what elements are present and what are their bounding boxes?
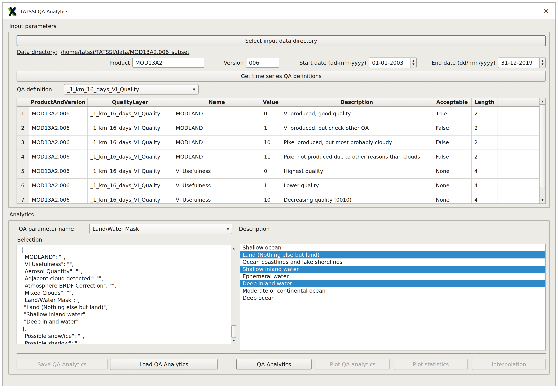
acceptable-cell: False: [433, 135, 471, 150]
close-icon[interactable]: ✕: [542, 7, 550, 16]
qa-analytics-button[interactable]: QA Analytics: [236, 359, 312, 370]
col-quality-layer[interactable]: QualityLayer: [87, 98, 173, 106]
table-row[interactable]: 2 MOD13A2.006 _1_km_16_days_VI_Quality M…: [17, 121, 541, 135]
description-cell: Decreasing quality (0010): [281, 193, 433, 204]
start-date-spin-buttons[interactable]: ▲ ▼: [410, 58, 416, 68]
product-version-cell: MOD13A2.006: [29, 150, 87, 164]
table-row[interactable]: 1 MOD13A2.006 _1_km_16_days_VI_Quality M…: [17, 106, 541, 121]
selection-scrollbar-thumb[interactable]: [231, 325, 236, 338]
filler-cell: [497, 135, 541, 150]
description-cell: Pixel produced, but most probably cloudy: [281, 135, 433, 150]
save-qa-analytics-button[interactable]: Save QA Analytics: [17, 359, 108, 370]
list-item[interactable]: Shallow inland water: [240, 266, 545, 273]
description-cell: VI produced, good quality: [281, 106, 433, 121]
product-version-cell: MOD13A2.006: [29, 121, 87, 135]
list-item[interactable]: Moderate or continental ocean: [240, 287, 545, 294]
acceptable-cell: None: [433, 178, 471, 193]
product-version-cell: MOD13A2.006: [29, 178, 87, 193]
value-cell: 1: [261, 178, 281, 193]
list-item[interactable]: Deep inland water: [240, 280, 545, 287]
list-item[interactable]: Ocean coastlines and lake shorelines: [240, 258, 545, 266]
plot-statistics-button[interactable]: Plot statistics: [394, 359, 468, 370]
spin-up-icon[interactable]: ▲: [542, 60, 544, 62]
name-cell: MODLAND: [173, 121, 261, 135]
list-item[interactable]: Deep ocean: [240, 294, 545, 302]
col-product-version[interactable]: ProductAndVersion: [29, 98, 87, 106]
table-row[interactable]: 4 MOD13A2.006 _1_km_16_days_VI_Quality M…: [17, 150, 541, 164]
table-row[interactable]: 6 MOD13A2.006 _1_km_16_days_VI_Quality V…: [17, 178, 541, 193]
product-field[interactable]: MOD13A2: [132, 58, 204, 68]
start-date-label: Start date (dd-mm-yyyy): [299, 60, 366, 66]
selection-text: { "MODLAND": "", "VI Usefulness": "", "A…: [17, 245, 231, 344]
col-length[interactable]: Length: [471, 98, 497, 106]
end-date-spin-buttons[interactable]: ▲ ▼: [539, 58, 545, 68]
list-item[interactable]: Land (Nothing else but land): [240, 251, 545, 258]
product-label: Product: [109, 60, 130, 66]
version-field[interactable]: 006: [246, 58, 279, 68]
get-qa-definitions-button[interactable]: Get time series QA definitions: [17, 71, 546, 82]
qa-definition-label: QA definition: [17, 86, 64, 93]
start-date-spinbox[interactable]: 01-01-2003 ▲ ▼: [369, 58, 417, 68]
acceptable-cell: None: [433, 164, 471, 178]
qa-table-body: 1 MOD13A2.006 _1_km_16_days_VI_Quality M…: [17, 106, 541, 204]
length-cell: 2: [471, 121, 497, 135]
select-input-directory-button[interactable]: Select input data directory: [17, 35, 546, 46]
table-row[interactable]: 7 MOD13A2.006 _1_km_16_days_VI_Quality V…: [17, 193, 541, 204]
app-logo-icon: [8, 7, 17, 16]
selection-label: Selection: [17, 237, 237, 243]
qa-parameter-row: QA parameter name Land/Water Mask ▼ Desc…: [17, 224, 546, 234]
filler-cell: [497, 106, 541, 121]
scroll-up-icon[interactable]: ▲: [540, 99, 545, 104]
list-item[interactable]: Shallow ocean: [240, 244, 545, 251]
scroll-down-icon[interactable]: ▼: [231, 338, 237, 344]
description-label: Description: [239, 226, 270, 232]
end-date-spinbox[interactable]: 31-12-2019 ▲ ▼: [498, 58, 546, 68]
app-window: TATSSI QA Analytics ✕ Input parameters S…: [2, 2, 556, 386]
col-acceptable[interactable]: Acceptable: [433, 98, 471, 106]
table-scrollbar[interactable]: ▲ ▼: [539, 98, 545, 204]
scroll-down-icon[interactable]: ▼: [540, 197, 545, 203]
qa-parameter-combobox[interactable]: Land/Water Mask ▼: [89, 224, 232, 234]
analytics-label: Analytics: [9, 211, 550, 218]
list-item[interactable]: Ephemeral water: [240, 273, 545, 280]
page-root: TATSSI QA Analytics ✕ Input parameters S…: [0, 0, 558, 392]
col-value[interactable]: Value: [261, 98, 281, 106]
product-version-cell: MOD13A2.006: [29, 164, 87, 178]
row-number-cell: 6: [17, 178, 29, 193]
length-cell: 4: [471, 178, 497, 193]
version-label: Version: [224, 60, 244, 66]
analytics-main-row: Selection { "MODLAND": "", "VI Usefulnes…: [17, 236, 546, 350]
load-qa-analytics-button[interactable]: Load QA Analytics: [110, 359, 218, 370]
window-title: TATSSI QA Analytics: [20, 9, 69, 14]
product-version-cell: MOD13A2.006: [29, 193, 87, 204]
chevron-down-icon: ▼: [193, 87, 195, 91]
description-cell: Lower quality: [281, 178, 433, 193]
qa-definition-combobox[interactable]: _1_km_16_days_VI_Quality ▼: [64, 84, 199, 94]
row-number-cell: 2: [17, 121, 29, 135]
table-header-row: ProductAndVersion QualityLayer Name Valu…: [17, 98, 541, 106]
scroll-up-icon[interactable]: ▲: [231, 246, 237, 251]
row-number-cell: 7: [17, 193, 29, 204]
row-number-cell: 1: [17, 106, 29, 121]
name-cell: MODLAND: [173, 150, 261, 164]
acceptable-cell: None: [433, 193, 471, 204]
description-column: Shallow oceanLand (Nothing else but land…: [240, 236, 546, 350]
fields-row: Product MOD13A2 Version 006 Start date (…: [17, 58, 546, 68]
filler-cell: [497, 178, 541, 193]
table-scrollbar-thumb[interactable]: [540, 104, 545, 188]
table-row[interactable]: 5 MOD13A2.006 _1_km_16_days_VI_Quality V…: [17, 164, 541, 178]
length-cell: 4: [471, 193, 497, 204]
description-cell: Pixel not produced due to other reasons …: [281, 150, 433, 164]
selection-scrollbar[interactable]: ▲ ▼: [231, 245, 237, 344]
col-description[interactable]: Description: [281, 98, 433, 106]
filler-cell: [497, 150, 541, 164]
spin-down-icon[interactable]: ▼: [412, 63, 414, 66]
acceptable-cell: True: [433, 106, 471, 121]
col-name[interactable]: Name: [173, 98, 261, 106]
plot-qa-analytics-button[interactable]: Plot QA analytics: [316, 359, 390, 370]
interpolation-button[interactable]: Interpolation: [472, 359, 546, 370]
selection-textarea[interactable]: { "MODLAND": "", "VI Usefulness": "", "A…: [17, 245, 237, 344]
spin-up-icon[interactable]: ▲: [412, 60, 414, 62]
spin-down-icon[interactable]: ▼: [542, 63, 544, 66]
table-row[interactable]: 3 MOD13A2.006 _1_km_16_days_VI_Quality M…: [17, 135, 541, 150]
